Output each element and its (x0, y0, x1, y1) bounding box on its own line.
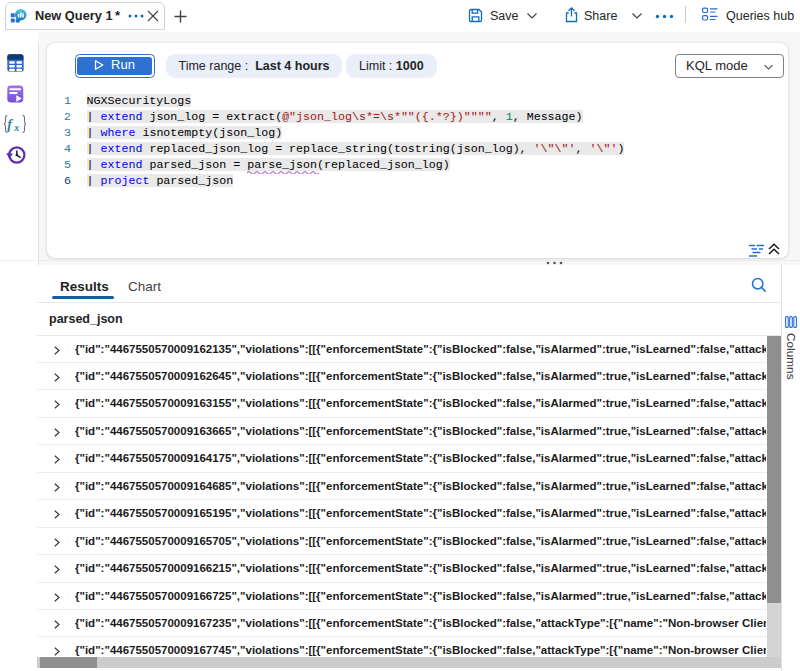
svg-text:x: x (13, 122, 19, 133)
svg-text:f: f (7, 117, 13, 132)
